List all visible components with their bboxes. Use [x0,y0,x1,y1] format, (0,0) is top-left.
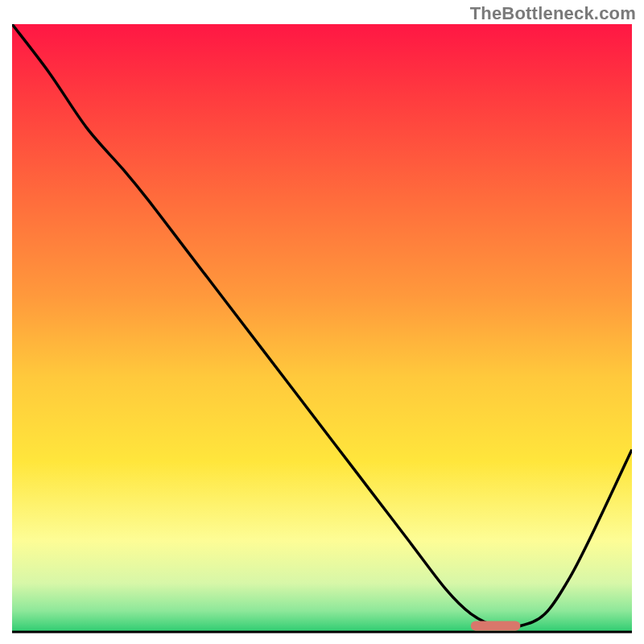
chart-svg [0,0,644,644]
bottleneck-chart: TheBottleneck.com [0,0,644,644]
gradient-background [12,24,632,632]
optimal-range-marker [471,621,521,630]
attribution-text: TheBottleneck.com [470,3,636,24]
